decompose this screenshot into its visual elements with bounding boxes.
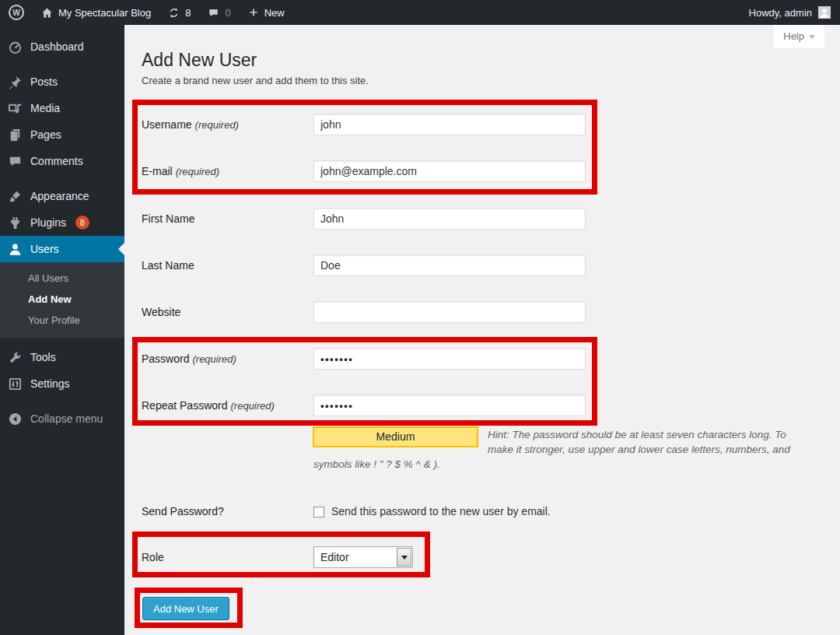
sidebar-item-label: Posts	[30, 75, 58, 88]
sidebar-item-comments[interactable]: Comments	[0, 148, 124, 174]
sliders-icon	[8, 377, 23, 391]
first-name-input[interactable]	[313, 208, 586, 230]
sidebar-item-label: Tools	[30, 351, 56, 363]
wordpress-logo-menu[interactable]: W	[0, 0, 33, 25]
help-label: Help	[783, 25, 804, 48]
page-description: Create a brand new user and add them to …	[142, 75, 369, 86]
new-content-menu[interactable]: New	[240, 0, 293, 25]
plug-icon	[8, 216, 23, 230]
sidebar-item-label: Users	[30, 243, 59, 255]
username-input[interactable]	[313, 114, 586, 135]
website-label: Website	[142, 306, 180, 318]
plus-icon	[248, 7, 259, 18]
send-password-checkbox-label: Send this password to the new user by em…	[331, 505, 551, 517]
first-name-label: First Name	[142, 212, 194, 225]
page-title: Add New User	[142, 49, 257, 72]
users-submenu: All Users Add New Your Profile	[0, 262, 124, 338]
password-input[interactable]	[313, 348, 586, 370]
last-name-label: Last Name	[142, 259, 194, 272]
password-label: Password(required)	[142, 353, 236, 365]
sidebar-item-label: Media	[30, 102, 60, 114]
dashboard-gauge-icon	[8, 40, 23, 54]
role-label: Role	[142, 551, 164, 563]
sidebar-item-posts[interactable]: Posts	[0, 68, 124, 95]
sidebar-item-label: Comments	[30, 155, 83, 167]
chevron-down-icon	[809, 35, 815, 39]
email-input[interactable]	[313, 160, 586, 182]
paintbrush-icon	[8, 189, 23, 204]
hint-float-spacer	[313, 427, 488, 451]
account-menu[interactable]: Howdy, admin	[749, 6, 840, 19]
updates-indicator[interactable]: 8	[159, 0, 199, 25]
submenu-item-add-new[interactable]: Add New	[0, 289, 124, 310]
role-select-value: Editor	[314, 551, 396, 563]
sidebar-item-label: Appearance	[30, 190, 89, 202]
sidebar-item-users[interactable]: Users	[0, 236, 124, 262]
password-hint: Hint: The password should be at least se…	[313, 427, 805, 472]
comments-indicator[interactable]: 0	[199, 0, 239, 25]
plugins-update-badge: 8	[75, 216, 89, 230]
select-arrow-icon[interactable]	[397, 548, 411, 567]
last-name-input[interactable]	[313, 254, 586, 276]
help-button[interactable]: Help	[774, 25, 824, 48]
sidebar-item-dashboard[interactable]: Dashboard	[0, 33, 124, 60]
howdy-label: Howdy, admin	[749, 7, 812, 19]
send-password-checkbox[interactable]	[313, 507, 324, 517]
sidebar-item-label: Dashboard	[30, 40, 84, 53]
sidebar-item-label: Collapse menu	[30, 412, 103, 425]
send-password-label: Send Password?	[142, 505, 224, 517]
collapse-arrow-icon	[8, 412, 23, 426]
home-icon	[41, 7, 53, 19]
website-input[interactable]	[313, 301, 586, 323]
pages-icon	[8, 128, 23, 142]
admin-bar: W My Spectacular Blog 8 0 New Howdy, adm…	[0, 0, 840, 25]
sidebar-item-label: Pages	[30, 128, 61, 141]
wordpress-logo-icon: W	[9, 5, 24, 20]
add-new-user-button[interactable]: Add New User	[142, 597, 229, 620]
sidebar-item-media[interactable]: Media	[0, 95, 124, 121]
repeat-password-label: Repeat Password(required)	[142, 399, 275, 412]
submenu-item-all-users[interactable]: All Users	[0, 268, 124, 289]
main-content: Help Add New User Create a brand new use…	[124, 25, 840, 635]
new-label: New	[264, 7, 285, 19]
update-count: 8	[185, 7, 191, 19]
wrench-icon	[8, 350, 23, 365]
sidebar-item-label: Plugins	[30, 216, 66, 229]
avatar	[818, 6, 831, 19]
pushpin-icon	[8, 75, 23, 89]
admin-sidebar: Dashboard Posts Media Pages Comments App…	[0, 25, 124, 635]
sidebar-item-settings[interactable]: Settings	[0, 370, 124, 397]
user-icon	[8, 242, 23, 257]
site-name-link[interactable]: My Spectacular Blog	[33, 0, 159, 25]
sidebar-item-label: Settings	[30, 377, 70, 390]
sidebar-item-tools[interactable]: Tools	[0, 344, 124, 370]
updates-icon	[168, 7, 180, 19]
media-icon	[8, 101, 23, 116]
repeat-password-input[interactable]	[313, 395, 586, 416]
sidebar-item-pages[interactable]: Pages	[0, 121, 124, 148]
site-name-label: My Spectacular Blog	[58, 7, 151, 19]
comment-icon	[8, 154, 23, 169]
comment-bubble-icon	[208, 7, 219, 19]
submenu-item-your-profile[interactable]: Your Profile	[0, 310, 124, 331]
username-label: Username(required)	[142, 118, 239, 131]
sidebar-item-plugins[interactable]: Plugins 8	[0, 209, 124, 236]
sidebar-item-appearance[interactable]: Appearance	[0, 183, 124, 209]
email-label: E-mail(required)	[142, 165, 219, 177]
role-select[interactable]: Editor	[313, 546, 413, 568]
collapse-menu-button[interactable]: Collapse menu	[0, 405, 124, 432]
comment-count: 0	[225, 7, 230, 19]
